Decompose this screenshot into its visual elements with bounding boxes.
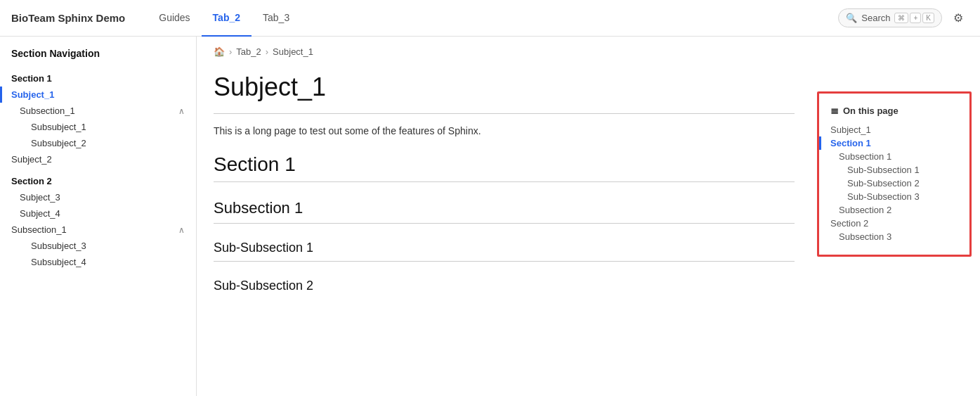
toc-item-section2[interactable]: Section 2 [830,217,958,230]
sub-subsection-2-title: Sub-Subsection 2 [214,273,795,296]
sidebar-item-subsubject4[interactable]: Subsubject_4 [0,254,196,270]
breadcrumb-sep-1: › [229,46,232,57]
sidebar-item-subsubject1[interactable]: Subsubject_1 [0,119,196,135]
sidebar-title: Section Navigation [0,48,196,65]
sub-subsection-1-title: Sub-Subsection 1 [214,235,795,258]
tab-tab2[interactable]: Tab_2 [202,0,251,37]
tab-tab3[interactable]: Tab_3 [251,0,301,37]
brand-title: BioTeam Sphinx Demo [11,12,125,24]
home-icon[interactable]: 🏠 [214,46,225,57]
toc-item-subsection3[interactable]: Subsection 3 [830,230,958,243]
toc-item-sub-subsection1[interactable]: Sub-Subsection 1 [830,163,958,177]
breadcrumb-subject1: Subject_1 [273,46,313,57]
header: BioTeam Sphinx Demo Guides Tab_2 Tab_3 🔍… [0,0,980,37]
page-title-divider [214,113,795,114]
toc-item-sub-subsection3[interactable]: Sub-Subsection 3 [830,190,958,203]
breadcrumb-tab2[interactable]: Tab_2 [236,46,261,57]
sidebar-item-subject1[interactable]: Subject_1 [0,87,196,103]
header-nav: Guides Tab_2 Tab_3 [148,0,838,37]
toc-active-indicator [819,136,821,150]
toc-item-subject1[interactable]: Subject_1 [830,123,958,136]
gear-icon: ⚙ [953,11,963,25]
search-label: Search [861,13,890,23]
section1-divider [214,181,795,182]
toc-item-sub-subsection2[interactable]: Sub-Subsection 2 [830,177,958,190]
header-right: 🔍 Search ⌘ + K ⚙ [838,8,969,29]
breadcrumb-sep-2: › [266,46,268,57]
sidebar-item-subject3[interactable]: Subject_3 [0,189,196,205]
toc-item-section1[interactable]: Section 1 [830,136,958,150]
toc-item-subsection1[interactable]: Subsection 1 [830,150,958,163]
toc-header-label: On this page [843,106,899,116]
search-button[interactable]: 🔍 Search ⌘ + K [838,8,942,27]
sidebar: Section Navigation Section 1 Subject_1 S… [0,37,197,396]
sidebar-item-subject2[interactable]: Subject_2 [0,151,196,167]
tab-guides[interactable]: Guides [148,0,201,37]
sub-subsection1-divider [214,261,795,262]
sidebar-section-1-header: Section 1 [0,65,196,87]
sidebar-item-subsubject2[interactable]: Subsubject_2 [0,135,196,151]
sidebar-item-subsection1[interactable]: Subsection_1 ∧ [0,103,196,119]
settings-button[interactable]: ⚙ [948,8,969,29]
subsection1-divider [214,223,795,224]
toc-list-icon: ≣ [830,105,839,116]
breadcrumb: 🏠 › Tab_2 › Subject_1 [197,37,811,67]
page-title: Subject_1 [214,67,795,110]
sidebar-item-subsection1-s2[interactable]: Subsection_1 ∧ [0,222,196,238]
search-icon: 🔍 [846,13,857,23]
toc-panel: ≣ On this page Subject_1 Section 1 Subse… [817,91,972,257]
content-body: Subject_1 This is a long page to test ou… [197,67,811,313]
search-keyboard-shortcut: ⌘ + K [894,13,934,23]
chevron-up-icon: ∧ [178,106,185,116]
layout: Section Navigation Section 1 Subject_1 S… [0,37,980,396]
toc-item-subsection2[interactable]: Subsection 2 [830,203,958,217]
sidebar-section-2-header: Section 2 [0,167,196,189]
toc-area: ≣ On this page Subject_1 Section 1 Subse… [811,37,980,396]
main-content: 🏠 › Tab_2 › Subject_1 Subject_1 This is … [197,37,811,396]
section-1-title: Section 1 [214,148,795,179]
sidebar-item-subsubject3[interactable]: Subsubject_3 [0,238,196,254]
chevron-up-icon-2: ∧ [178,225,185,235]
page-description: This is a long page to test out some of … [214,125,795,148]
sidebar-item-subject4[interactable]: Subject_4 [0,205,196,222]
toc-header: ≣ On this page [830,105,958,116]
subsection-1-title: Subsection 1 [214,193,795,220]
